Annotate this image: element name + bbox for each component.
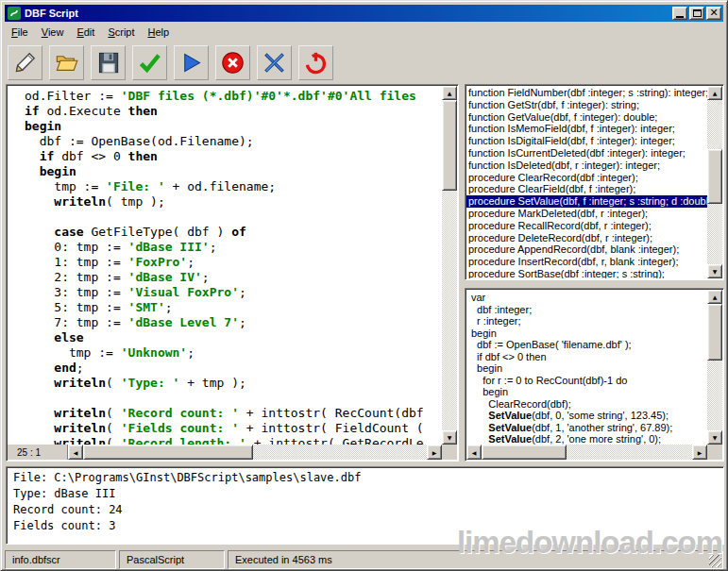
menu-item-help[interactable]: Help: [142, 25, 177, 40]
code-line: od.Filter := 'DBF files (*.dbf)'#0'*.dbf…: [25, 89, 442, 104]
scrollbar-thumb[interactable]: [707, 149, 722, 204]
code-line: begin: [25, 164, 442, 179]
code-line: begin: [471, 327, 707, 340]
editor-hscrollbar[interactable]: ◀ ▶: [68, 445, 442, 460]
scrollbar-thumb[interactable]: [442, 100, 457, 191]
maximize-button[interactable]: [689, 7, 704, 20]
function-list-item[interactable]: function IsMemoField(dbf, f :integer): i…: [466, 123, 707, 135]
reset-button[interactable]: [298, 45, 333, 80]
function-list-item[interactable]: procedure ClearField(dbf, f :integer);: [466, 183, 707, 195]
crossed-tools-icon: [262, 50, 287, 76]
code-line: if od.Execute then: [25, 104, 442, 119]
status-bar: info.dbfscr PascalScript Executed in 456…: [5, 550, 723, 569]
function-list-item[interactable]: function IsCurrentDeleted(dbf :integer):…: [466, 147, 707, 160]
code-line: ClearRecord(dbf);: [471, 398, 707, 411]
scroll-down-icon[interactable]: ▼: [442, 430, 457, 445]
function-list-item[interactable]: function FieldNumber(dbf :integer; s :st…: [466, 87, 707, 99]
run-script-button[interactable]: [174, 45, 209, 80]
code-line: for r := 0 to RecCount(dbf)-1 do: [471, 375, 707, 387]
function-list-item[interactable]: function IsDeleted(dbf, r :integer): int…: [466, 160, 707, 172]
status-message-text: Executed in 4563 ms: [235, 554, 332, 565]
code-line: tmp := 'File: ' + od.filename;: [25, 179, 442, 194]
function-list-item[interactable]: procedure DeleteRecord(dbf, r :integer);: [466, 232, 707, 244]
resize-grip[interactable]: [709, 555, 721, 567]
scrollbar-thumb[interactable]: [83, 445, 253, 460]
status-message: Executed in 4563 ms: [228, 550, 723, 569]
green-check-icon: [137, 50, 162, 76]
sample-code-panel[interactable]: var dbf :integer; r :integer;begin dbf :…: [465, 288, 724, 462]
check-syntax-button[interactable]: [132, 45, 167, 80]
scrollbar-thumb[interactable]: [482, 445, 567, 460]
code-line: writeln( 'Record count: ' + inttostr( Re…: [25, 406, 442, 421]
code-line: end;: [25, 361, 442, 376]
function-list-item[interactable]: procedure RecallRecord(dbf, r :integer);: [466, 220, 707, 232]
scroll-up-icon[interactable]: ▲: [707, 86, 722, 100]
function-list-item[interactable]: function GetStr(dbf, f :integer): string…: [466, 99, 707, 111]
caret-position: 25 : 1: [8, 445, 68, 460]
code-line: 0: tmp := 'dBase III';: [25, 240, 442, 255]
function-list-item[interactable]: procedure ClearRecord(dbf :integer);: [466, 172, 707, 184]
editor-vscrollbar[interactable]: ▲ ▼: [442, 86, 457, 445]
function-list-item[interactable]: function IsDigitalField(dbf, f :integer)…: [466, 135, 707, 147]
scroll-left-icon[interactable]: ◀: [466, 445, 482, 460]
stop-script-button[interactable]: [215, 45, 250, 80]
scroll-up-icon[interactable]: ▲: [442, 86, 457, 100]
stop-x-icon: [220, 50, 245, 76]
function-list-item[interactable]: procedure InsertRecord(dbf, r, blank :in…: [466, 256, 707, 268]
open-folder-icon: [54, 50, 79, 76]
save-file-button[interactable]: [91, 45, 126, 80]
function-list-vscrollbar[interactable]: ▲ ▼: [707, 86, 722, 278]
scroll-right-icon[interactable]: ▶: [427, 445, 442, 460]
code-editor[interactable]: od.Filter := 'DBF files (*.dbf)'#0'*.dbf…: [6, 84, 459, 462]
function-list-item[interactable]: procedure MarkDeleted(dbf, r :integer);: [466, 208, 707, 220]
sample-code: var dbf :integer; r :integer;begin dbf :…: [466, 290, 707, 445]
pencil-icon: [12, 50, 38, 76]
function-list-items: function FieldNumber(dbf :integer; s :st…: [466, 86, 707, 278]
code-line: 5: tmp := 'SMT';: [25, 300, 442, 315]
scroll-up-icon[interactable]: ▲: [707, 290, 722, 304]
title-bar[interactable]: DBF Script ✕: [5, 5, 723, 22]
code-line: writeln( tmp );: [25, 194, 442, 210]
sample-hscrollbar[interactable]: ◀ ▶: [466, 445, 707, 460]
function-list[interactable]: function FieldNumber(dbf :integer; s :st…: [465, 84, 724, 280]
function-list-item[interactable]: procedure SetValue(dbf, f :integer; s :s…: [466, 195, 707, 208]
code-line: begin: [25, 119, 442, 134]
function-list-item[interactable]: procedure SortBase(dbf :integer; s :stri…: [466, 268, 707, 278]
scroll-right-icon[interactable]: ▶: [692, 445, 707, 460]
minimize-button[interactable]: [672, 7, 687, 20]
code-line: dbf := OpenBase(od.Filename);: [25, 134, 442, 149]
sample-vscrollbar[interactable]: ▲ ▼: [707, 290, 722, 445]
menu-item-script[interactable]: Script: [101, 25, 141, 40]
menu-item-edit[interactable]: Edit: [70, 25, 101, 40]
scroll-down-icon[interactable]: ▼: [707, 430, 722, 445]
function-list-item[interactable]: function GetValue(dbf, f :integer): doub…: [466, 111, 707, 124]
code-line: begin: [471, 386, 707, 398]
close-icon: ✕: [709, 8, 718, 18]
status-filename: info.dbfscr: [5, 550, 116, 569]
scrollbar-corner: [707, 445, 722, 460]
scroll-left-icon[interactable]: ◀: [68, 445, 83, 460]
code-line: writeln( 'Fields count: ' + inttostr( Fi…: [25, 421, 442, 436]
scroll-down-icon[interactable]: ▼: [707, 264, 722, 278]
new-script-button[interactable]: [8, 45, 42, 80]
code-line: begin: [471, 362, 707, 375]
code-line: tmp := 'Unknown';: [25, 345, 442, 361]
maximize-icon: [693, 9, 702, 17]
code-line: 2: tmp := 'dBase IV';: [25, 270, 442, 285]
window-controls: ✕: [672, 7, 721, 20]
menu-item-file[interactable]: File: [5, 25, 35, 40]
open-file-button[interactable]: [49, 45, 84, 80]
code-line: SetValue(dbf, 1, 'another string', 67.89…: [471, 422, 707, 434]
scrollbar-thumb[interactable]: [707, 304, 722, 361]
code-line: case GetFileType( dbf ) of: [25, 225, 442, 240]
settings-button[interactable]: [257, 45, 292, 80]
code-line: SetValue(dbf, 0, 'some string', 123.45);: [471, 410, 707, 422]
close-button[interactable]: ✕: [706, 7, 721, 20]
code-line: 1: tmp := 'FoxPro';: [25, 255, 442, 270]
function-list-item[interactable]: procedure AppendRecord(dbf, blank :integ…: [466, 244, 707, 256]
app-icon: [8, 7, 21, 20]
status-engine: PascalScript: [119, 550, 225, 569]
code-line: SetValue(dbf, 2, 'one more string', 0);: [471, 433, 707, 445]
editor-code[interactable]: od.Filter := 'DBF files (*.dbf)'#0'*.dbf…: [8, 86, 442, 445]
menu-item-view[interactable]: View: [35, 25, 71, 40]
